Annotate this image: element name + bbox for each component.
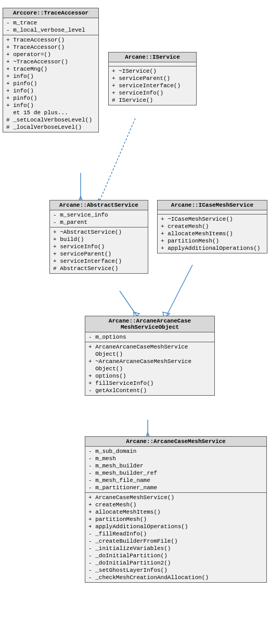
method-row: + allocateMeshItems() — [161, 230, 264, 237]
field-row: - m_mesh_file_name — [88, 477, 263, 484]
method-row: - _fillReadInfo() — [88, 530, 263, 538]
method-row: + partitionMesh() — [88, 516, 263, 523]
method-row: + serviceInfo() — [53, 243, 145, 250]
method-row: # _setLocalVerboseLevel() — [6, 116, 95, 124]
method-row: + traceMng() — [6, 65, 95, 73]
method-row: + applyAdditionalOperations() — [88, 523, 263, 530]
method-row: - _doInitialPartition() — [88, 552, 263, 559]
method-row: + ~ArcaneArcaneCaseMeshService — [88, 358, 211, 365]
icase-methods: + ~ICaseMeshService() + createMesh() + a… — [158, 214, 267, 253]
title-line2: MeshServiceObject — [88, 324, 211, 330]
svg-line-6 — [166, 265, 192, 316]
arcane-case-title: Arcane::ArcaneArcaneCase MeshServiceObje… — [85, 316, 214, 332]
icase-mesh-service-title: Arcane::ICaseMeshService — [158, 200, 267, 210]
method-row: et 15 de plus... — [6, 109, 95, 116]
method-row: + createMesh() — [88, 501, 263, 508]
method-row: + allocateMeshItems() — [88, 508, 263, 516]
method-row: + ArcaneArcaneCaseMeshService — [88, 343, 211, 351]
abstract-service-box: Arcane::AbstractService - m_service_info… — [49, 200, 148, 274]
method-row: + serviceInfo() — [112, 89, 193, 97]
method-row: + partitionMesh() — [161, 237, 264, 245]
method-row: - _checkMeshCreationAndAllocation() — [88, 574, 263, 581]
method-row: + ~TraceAccessor() — [6, 58, 95, 65]
method-row: + ~ICaseMeshService() — [161, 216, 264, 223]
method-row: + pinfo() — [6, 95, 95, 102]
iservice-empty — [109, 62, 196, 66]
method-row: - getAxlContent() — [88, 387, 211, 394]
arcane-case-mesh-methods: + ArcaneCaseMeshService() + createMesh()… — [85, 493, 266, 582]
iservice-box: Arcane::IService + ~IService() + service… — [108, 52, 197, 105]
arcane-case-methods: + ArcaneArcaneCaseMeshService Object() +… — [85, 342, 214, 395]
field-row: - m_local_verbose_level — [6, 26, 95, 34]
method-row: - _doInitialPartition2() — [88, 559, 263, 567]
method-row: + build() — [53, 236, 145, 243]
field-row: - m_mesh — [88, 455, 263, 462]
icase-empty — [158, 210, 267, 214]
field-row: - m_parent — [53, 219, 145, 226]
method-row: # IService() — [112, 97, 193, 104]
method-row: - _setGhostLayerInfos() — [88, 567, 263, 574]
method-row: + applyAdditionalOperations() — [161, 245, 264, 252]
method-row: - _initializeVariables() — [88, 545, 263, 552]
field-row: - m_trace — [6, 19, 95, 26]
field-row: - m_mesh_builder — [88, 462, 263, 469]
method-row: # _localVerboseLevel() — [6, 124, 95, 131]
method-row: + serviceInterface() — [112, 82, 193, 89]
method-row: + ~IService() — [112, 68, 193, 75]
method-row: + serviceInterface() — [53, 258, 145, 265]
field-row: - m_service_info — [53, 211, 145, 219]
arcane-case-fields: - m_options — [85, 332, 214, 342]
method-row: + info() — [6, 87, 95, 95]
abstract-service-methods: + ~AbstractService() + build() + service… — [50, 227, 148, 273]
method-row: + pinfo() — [6, 80, 95, 87]
trace-accessor-box: Arccore::TraceAccessor - m_trace - m_loc… — [3, 8, 99, 132]
method-row: + info() — [6, 102, 95, 109]
method-row: Object() — [88, 351, 211, 358]
field-row: - m_mesh_builder_ref — [88, 469, 263, 477]
field-row: - m_options — [88, 333, 211, 341]
method-row: Object() — [88, 365, 211, 372]
iservice-title: Arcane::IService — [109, 52, 196, 62]
diagram-container: Arccore::TraceAccessor - m_trace - m_loc… — [0, 0, 270, 644]
field-row: - m_sub_domain — [88, 448, 263, 455]
arcane-case-mesh-title: Arcane::ArcaneCaseMeshService — [85, 437, 266, 447]
arcane-case-mesh-box: Arcane::ArcaneCaseMeshService - m_sub_do… — [85, 436, 267, 583]
abstract-service-title: Arcane::AbstractService — [50, 200, 148, 210]
method-row: + ~AbstractService() — [53, 229, 145, 236]
title-line1: Arcane::ArcaneArcaneCase — [88, 318, 211, 324]
method-row: + createMesh() — [161, 223, 264, 230]
method-row: + serviceParent() — [53, 250, 145, 258]
trace-accessor-title: Arccore::TraceAccessor — [3, 8, 98, 18]
iservice-methods: + ~IService() + serviceParent() + servic… — [109, 66, 196, 105]
svg-line-2 — [99, 118, 135, 203]
abstract-service-fields: - m_service_info - m_parent — [50, 210, 148, 227]
method-row: - _createBuilderFromFile() — [88, 538, 263, 545]
arcane-case-mesh-fields: - m_sub_domain - m_mesh - m_mesh_builder… — [85, 447, 266, 493]
method-row: + ArcaneCaseMeshService() — [88, 494, 263, 501]
method-row: + info() — [6, 73, 95, 80]
method-row: + options() — [88, 372, 211, 380]
method-row: + TraceAccessor() — [6, 44, 95, 51]
field-row: - m_partitioner_name — [88, 484, 263, 491]
trace-accessor-fields: - m_trace - m_local_verbose_level — [3, 18, 98, 35]
arcane-case-box: Arcane::ArcaneArcaneCase MeshServiceObje… — [85, 316, 215, 396]
icase-mesh-service-box: Arcane::ICaseMeshService + ~ICaseMeshSer… — [157, 200, 267, 253]
method-row: + fillServiceInfo() — [88, 380, 211, 387]
svg-line-4 — [120, 291, 137, 316]
trace-accessor-methods: + TraceAccessor() + TraceAccessor() + op… — [3, 35, 98, 132]
method-row: + serviceParent() — [112, 75, 193, 82]
method-row: + operator=() — [6, 51, 95, 58]
method-row: # AbstractService() — [53, 265, 145, 272]
method-row: + TraceAccessor() — [6, 36, 95, 44]
